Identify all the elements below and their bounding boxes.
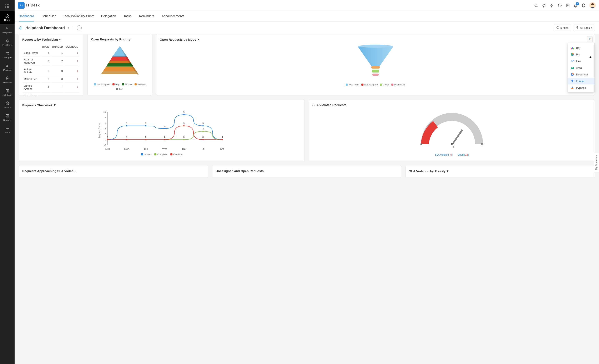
card-requests-by-technician: Requests by Technician▾ OPENONHOLDOVERDU… xyxy=(19,34,83,95)
sidebar-item-requests[interactable]: Requests xyxy=(0,24,15,36)
chart-type-doughnut[interactable]: Doughnut xyxy=(568,71,594,78)
svg-text:Mon: Mon xyxy=(124,148,129,151)
table-row[interactable]: Aditya Shinde301 xyxy=(23,66,79,75)
sidebar-item-changes[interactable]: Changes xyxy=(0,49,15,61)
sidebar-item-home[interactable]: Home xyxy=(0,11,15,24)
topbar: IT Desk 6 xyxy=(15,0,599,11)
home-icon xyxy=(5,14,9,18)
svg-point-8 xyxy=(8,7,9,8)
table-row[interactable]: James Archer211 xyxy=(23,82,79,92)
svg-marker-36 xyxy=(572,87,573,88)
svg-rect-40 xyxy=(372,73,379,76)
svg-marker-24 xyxy=(103,66,136,71)
table-row[interactable]: Lana Reyes411 xyxy=(23,50,79,56)
chevron-down-icon[interactable]: ▾ xyxy=(68,27,69,29)
chart-type-button[interactable] xyxy=(587,36,592,42)
sidebar-item-projects[interactable]: Projects xyxy=(0,61,15,74)
tab-dashboard[interactable]: Dashboard xyxy=(19,11,34,21)
sla-open-link[interactable]: Open (18) xyxy=(458,153,469,156)
card-sla-by-priority: SLA Violation by Priority▾ xyxy=(405,165,595,178)
legend-item: Not Assigned xyxy=(94,83,110,86)
gear-icon[interactable] xyxy=(581,3,586,8)
globe-icon xyxy=(19,26,23,30)
card-title: SLA Violated Requests xyxy=(312,103,346,107)
svg-point-94 xyxy=(183,125,185,126)
search-icon[interactable] xyxy=(534,3,538,8)
legend-item: Low xyxy=(116,88,123,90)
table-row[interactable]: Karthikeyan Tech 1100 xyxy=(23,92,79,95)
svg-point-68 xyxy=(203,125,204,126)
svg-marker-100 xyxy=(452,129,463,144)
cube-icon xyxy=(5,101,9,106)
card-title: Open Requests by Mode xyxy=(160,38,196,41)
line-icon xyxy=(571,59,574,63)
svg-point-9 xyxy=(7,40,8,42)
svg-point-11 xyxy=(6,128,7,129)
location-icon xyxy=(576,26,579,30)
my-summary-tab[interactable]: My Summary xyxy=(594,153,599,172)
chart-type-area[interactable]: Area xyxy=(568,64,594,71)
svg-point-64 xyxy=(164,128,166,129)
svg-rect-29 xyxy=(573,48,574,49)
svg-text:6: 6 xyxy=(105,122,106,124)
svg-point-92 xyxy=(164,139,166,140)
tab-tasks[interactable]: Tasks xyxy=(123,11,132,21)
legend-item: Medium xyxy=(134,83,146,86)
tab-reminders[interactable]: Reminders xyxy=(139,11,154,21)
tabs: DashboardSchedulerTech Availability Char… xyxy=(15,11,599,22)
bolt-icon[interactable] xyxy=(550,3,554,8)
site-selector[interactable]: All Sites ▾ xyxy=(573,25,595,31)
add-dashboard-button[interactable]: + xyxy=(77,26,82,30)
card-open-by-mode: Open Requests by Mode▾ BarPieLineAreaDou… xyxy=(156,34,595,95)
svg-text:4: 4 xyxy=(105,127,106,130)
svg-point-2 xyxy=(8,4,9,5)
tab-announcements[interactable]: Announcements xyxy=(162,11,184,21)
note-icon[interactable] xyxy=(566,3,570,8)
card-open-by-priority: Open Requests by Priority Not Assigne xyxy=(88,34,152,95)
chart-type-pyramid[interactable]: Pyramid xyxy=(568,84,594,91)
sidebar-item-assets[interactable]: Assets xyxy=(0,99,15,111)
svg-point-14 xyxy=(535,4,537,7)
gauge-chart: 0 18 5 xyxy=(416,113,487,148)
history-icon[interactable] xyxy=(558,3,562,8)
sidebar-item-problems[interactable]: Problems xyxy=(0,36,15,49)
bar-icon xyxy=(571,46,574,49)
tab-tech-availability-chart[interactable]: Tech Availability Chart xyxy=(63,11,94,21)
chart-type-bar[interactable]: Bar xyxy=(568,44,594,51)
chevron-down-icon[interactable]: ▾ xyxy=(447,169,449,173)
sla-violated-link[interactable]: SLA violated (5) xyxy=(435,153,453,156)
bell-icon[interactable]: 6 xyxy=(573,3,578,8)
chevron-down-icon[interactable]: ▾ xyxy=(54,103,56,107)
svg-point-1 xyxy=(7,4,8,5)
sidebar-item-reports[interactable]: Reports xyxy=(0,111,15,124)
svg-text:0: 0 xyxy=(107,136,108,138)
dots-icon xyxy=(5,126,9,130)
svg-point-82 xyxy=(203,131,204,132)
pin-icon[interactable] xyxy=(542,3,546,8)
table-row[interactable]: Robert Lee201 xyxy=(23,76,79,82)
refresh-interval[interactable]: 5 Mins xyxy=(554,25,571,31)
chevron-down-icon[interactable]: ▾ xyxy=(59,37,61,41)
table-row[interactable]: Aparna Ragavan321 xyxy=(23,56,79,66)
card-requests-this-week: Requests This Week▾ -20246810SunMonTueWe… xyxy=(19,100,305,161)
sidebar-item-releases[interactable]: Releases xyxy=(0,74,15,86)
sidebar-item-more[interactable]: More xyxy=(0,124,15,136)
svg-rect-28 xyxy=(572,47,573,49)
svg-point-3 xyxy=(5,6,6,7)
tab-scheduler[interactable]: Scheduler xyxy=(41,11,56,21)
avatar[interactable] xyxy=(590,2,596,9)
svg-text:Request Count: Request Count xyxy=(98,123,101,138)
svg-marker-25 xyxy=(101,71,139,74)
funnel-chart xyxy=(355,44,396,80)
legend-item: E-Mail xyxy=(380,83,389,86)
cursor-icon xyxy=(589,55,592,59)
sidebar-item-solutions[interactable]: Solutions xyxy=(0,86,15,99)
book-icon xyxy=(5,89,9,93)
chart-type-funnel[interactable]: Funnel xyxy=(568,78,594,84)
tab-delegation[interactable]: Delegation xyxy=(101,11,116,21)
app-title: IT Desk xyxy=(26,3,40,8)
chevron-down-icon[interactable]: ▾ xyxy=(197,37,199,41)
apps-grid-icon[interactable] xyxy=(5,4,10,9)
svg-text:Fri: Fri xyxy=(202,148,204,151)
svg-rect-27 xyxy=(571,48,572,49)
